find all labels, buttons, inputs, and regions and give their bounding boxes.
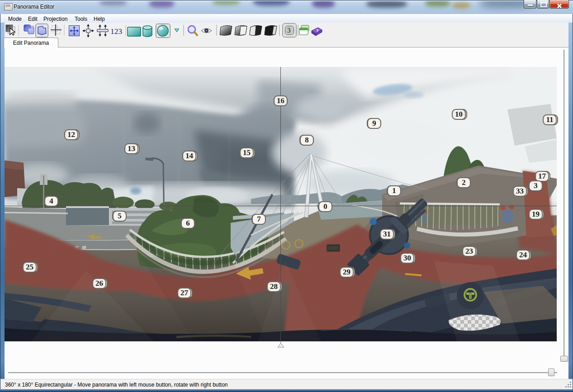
svg-text:123: 123 <box>110 27 123 36</box>
svg-text:3: 3 <box>287 27 291 34</box>
svg-text:?: ? <box>316 28 319 33</box>
